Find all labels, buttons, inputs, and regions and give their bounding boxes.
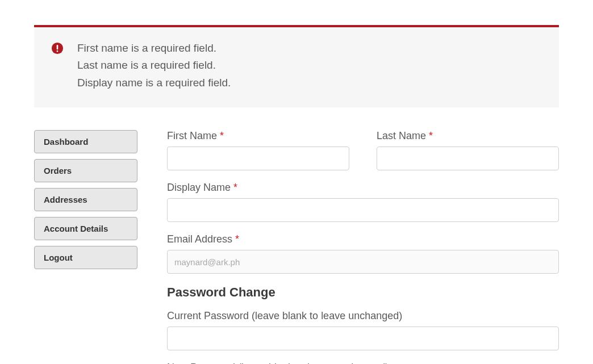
error-line: Last name is a required field. [77, 57, 231, 74]
last-name-label: Last Name * [377, 130, 559, 142]
svg-rect-1 [57, 45, 59, 49]
label-text: Email Address [167, 233, 232, 245]
display-name-input[interactable] [167, 198, 559, 222]
svg-rect-2 [57, 51, 59, 52]
label-text: First Name [167, 130, 217, 141]
password-change-heading: Password Change [167, 285, 559, 300]
last-name-input[interactable] [377, 147, 559, 170]
label-text: Display Name [167, 182, 231, 193]
first-name-input[interactable] [167, 147, 349, 170]
current-password-input[interactable] [167, 327, 559, 350]
error-icon [51, 42, 64, 55]
current-password-label: Current Password (leave blank to leave u… [167, 310, 559, 322]
error-line: Display name is a required field. [77, 74, 231, 91]
new-password-label: New Password (leave blank to leave uncha… [167, 362, 559, 364]
required-indicator: * [233, 182, 237, 193]
required-indicator: * [429, 130, 433, 141]
email-label: Email Address * [167, 233, 559, 245]
error-line: First name is a required field. [77, 40, 231, 57]
error-alert: First name is a required field. Last nam… [34, 27, 559, 107]
sidebar-item-dashboard[interactable]: Dashboard [34, 130, 137, 153]
email-input [167, 250, 559, 274]
first-name-label: First Name * [167, 130, 349, 142]
label-text: Last Name [377, 130, 426, 141]
required-indicator: * [220, 130, 224, 141]
display-name-label: Display Name * [167, 182, 559, 194]
sidebar-item-account-details[interactable]: Account Details [34, 217, 137, 240]
sidebar-item-addresses[interactable]: Addresses [34, 188, 137, 211]
account-details-form: First Name * Last Name * Display Name [167, 130, 559, 364]
required-indicator: * [235, 233, 239, 245]
sidebar-item-logout[interactable]: Logout [34, 246, 137, 269]
sidebar-item-orders[interactable]: Orders [34, 159, 137, 182]
error-alert-messages: First name is a required field. Last nam… [77, 40, 231, 91]
account-sidebar: Dashboard Orders Addresses Account Detai… [34, 130, 137, 364]
